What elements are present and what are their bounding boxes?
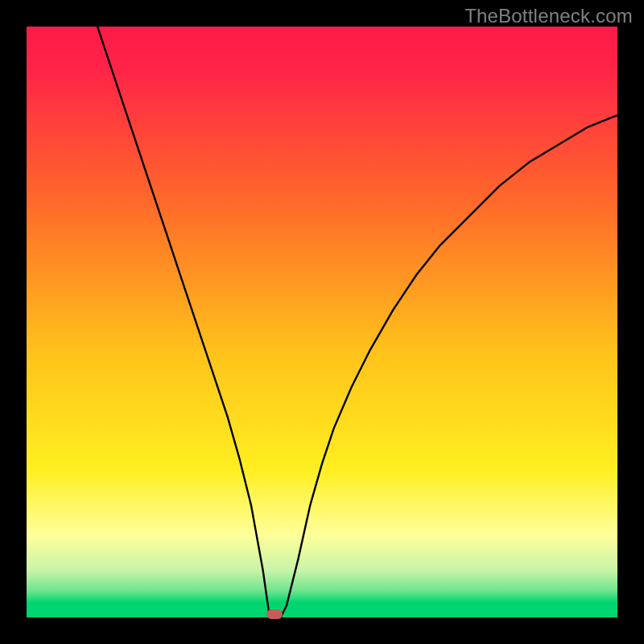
watermark-text: TheBottleneck.com bbox=[464, 5, 633, 27]
optimum-marker bbox=[266, 609, 283, 619]
plot-area bbox=[27, 27, 617, 617]
bottleneck-curve bbox=[27, 27, 617, 617]
chart-frame: TheBottleneck.com bbox=[0, 0, 644, 644]
